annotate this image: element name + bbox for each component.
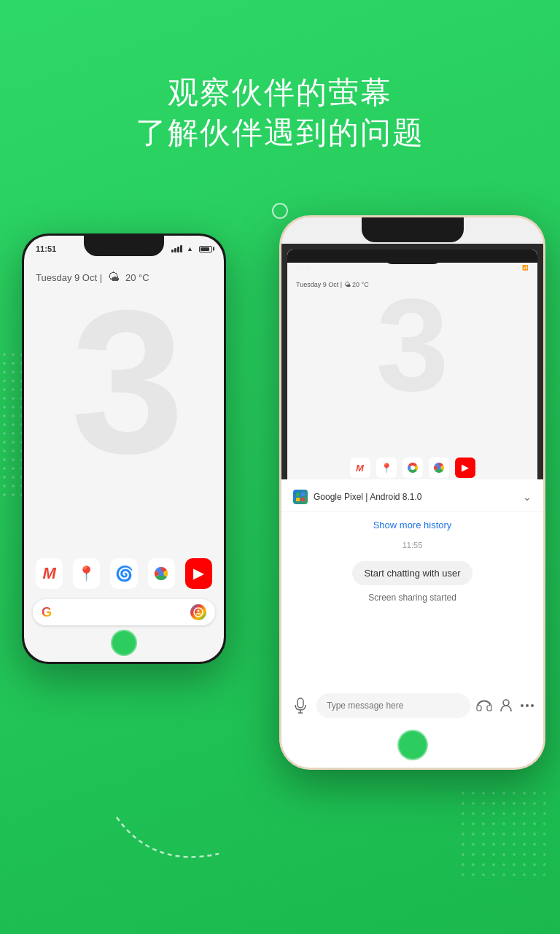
microphone-button[interactable] xyxy=(290,695,311,716)
chat-messages: Start chatting with user Screen sharing … xyxy=(281,552,543,613)
chat-panel: Google Pixel | Android 8.1.0 ⌄ Show more… xyxy=(281,479,543,768)
mini-photos xyxy=(402,458,423,478)
svg-rect-10 xyxy=(301,493,305,496)
phone-right-notch xyxy=(362,217,464,242)
page-title: 观察伙伴的萤幕 了解伙伴遇到的问题 xyxy=(0,73,560,153)
svg-point-16 xyxy=(503,700,509,706)
mic-icon xyxy=(294,698,307,714)
svg-point-18 xyxy=(526,704,529,707)
chat-header: Google Pixel | Android 8.1.0 ⌄ xyxy=(281,479,543,512)
message-input[interactable] xyxy=(316,693,470,718)
phone-left-time: 11:51 xyxy=(36,244,56,253)
chat-input-area xyxy=(281,687,543,724)
headphone-icon[interactable] xyxy=(476,699,492,712)
phone-left-screen: 11:51 ▲ Tuesday 9 Oct | xyxy=(24,236,224,662)
chat-timestamp: 11:55 xyxy=(281,538,543,552)
phone-left-big-number: 3 xyxy=(71,279,177,484)
mini-maps: 📍 xyxy=(376,458,397,478)
phone-left-status-icons: ▲ xyxy=(171,245,212,252)
phone-left-app-icons: M 📍 🌀 xyxy=(24,558,224,589)
svg-rect-9 xyxy=(296,493,300,496)
chrome-icon xyxy=(152,564,171,583)
mini-chrome xyxy=(429,458,449,478)
google-g-icon: G xyxy=(42,605,52,620)
screen-share-area: 11:51 ▲ 📶 Tuesday 9 Oct | xyxy=(281,244,543,514)
phone-left-home-button[interactable] xyxy=(111,630,137,656)
decorative-dots-bottom xyxy=(458,788,545,876)
phone-left-search-bar[interactable]: G xyxy=(33,599,215,625)
svg-point-3 xyxy=(194,608,203,617)
dashed-curve-arrow xyxy=(95,803,241,876)
title-area: 观察伙伴的萤幕 了解伙伴遇到的问题 xyxy=(0,73,560,153)
svg-point-17 xyxy=(521,704,524,707)
app-icon-photos[interactable]: 🌀 xyxy=(110,558,137,589)
phone-right-frame: 11:51 ▲ 📶 Tuesday 9 Oct | xyxy=(279,215,545,770)
app-icon-chrome[interactable] xyxy=(148,558,175,589)
person-icon[interactable] xyxy=(499,698,513,713)
phone-right-screen: 11:51 ▲ 📶 Tuesday 9 Oct | xyxy=(281,217,543,768)
mini-youtube: ▶ xyxy=(455,458,475,478)
show-history-link[interactable]: Show more history xyxy=(281,512,543,538)
app-icon-gmail[interactable]: M xyxy=(36,558,63,589)
svg-point-19 xyxy=(531,704,534,707)
phone-right-home-button[interactable] xyxy=(397,730,428,760)
svg-rect-13 xyxy=(298,698,303,708)
photos-icon: 🌀 xyxy=(115,565,133,582)
mini-gmail: M xyxy=(350,458,370,478)
more-icon[interactable] xyxy=(520,703,534,708)
maps-icon: 📍 xyxy=(77,565,96,582)
pixel-logo xyxy=(293,490,308,504)
app-icon-maps[interactable]: 📍 xyxy=(73,558,100,589)
svg-rect-12 xyxy=(301,498,305,501)
gmail-icon: M xyxy=(42,564,55,583)
svg-point-4 xyxy=(198,610,200,612)
phone-left: 11:51 ▲ Tuesday 9 Oct | xyxy=(22,234,226,664)
svg-rect-11 xyxy=(296,498,300,501)
background: 观察伙伴的萤幕 了解伙伴遇到的问题 11:51 xyxy=(0,0,560,934)
svg-point-8 xyxy=(437,466,440,470)
screen-sharing-msg: Screen sharing started xyxy=(293,588,532,607)
phone-right: 11:51 ▲ 📶 Tuesday 9 Oct | xyxy=(279,215,545,770)
chevron-down-icon[interactable]: ⌄ xyxy=(523,491,532,503)
mini-status-time: 11:51 xyxy=(296,264,311,271)
device-info: Google Pixel | Android 8.1.0 xyxy=(314,492,422,502)
phone-left-frame: 11:51 ▲ Tuesday 9 Oct | xyxy=(22,234,226,664)
youtube-icon: ▶ xyxy=(193,566,203,582)
phone-left-notch xyxy=(84,236,164,256)
svg-point-5 xyxy=(411,466,415,470)
svg-point-2 xyxy=(159,571,164,576)
start-chat-bubble: Start chatting with user xyxy=(352,561,472,585)
input-actions xyxy=(476,698,534,713)
assistant-icon xyxy=(190,604,206,620)
app-icon-youtube[interactable]: ▶ xyxy=(185,558,212,589)
screen-share-inner: 11:51 ▲ 📶 Tuesday 9 Oct | xyxy=(287,250,537,508)
mini-big-number: 3 xyxy=(376,279,448,411)
chat-header-left: Google Pixel | Android 8.1.0 xyxy=(293,490,422,504)
